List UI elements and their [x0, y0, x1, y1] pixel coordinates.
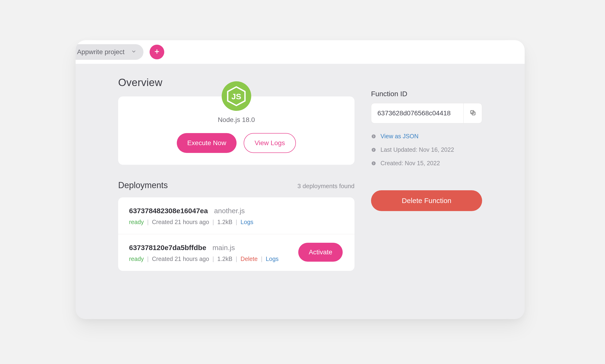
copy-icon — [470, 109, 476, 117]
deployment-size: 1.2kB — [217, 219, 232, 225]
side-column: Function ID 6373628d076568c04418 — [371, 77, 482, 271]
deployment-created: Created 21 hours ago — [152, 219, 209, 225]
function-id-value: 6373628d076568c04418 — [371, 103, 463, 123]
deployment-status: ready — [129, 256, 144, 262]
arrow-right-circle-icon — [371, 134, 376, 139]
project-selector[interactable]: . Appwrite project — [76, 44, 143, 60]
activate-button[interactable]: Activate — [298, 243, 343, 262]
copy-id-button[interactable] — [463, 103, 482, 123]
main-column: Overview JS Node.js 18.0 Execute Now Vie… — [118, 77, 355, 271]
last-updated-row: Last Updated: Nov 16, 2022 — [371, 146, 482, 153]
content: Overview JS Node.js 18.0 Execute Now Vie… — [76, 64, 525, 271]
topbar: . Appwrite project — [76, 40, 525, 64]
view-logs-button[interactable]: View Logs — [244, 133, 296, 153]
deployments-count: 3 deployments found — [297, 182, 355, 190]
deployment-logs-link[interactable]: Logs — [241, 219, 253, 225]
add-button[interactable] — [150, 45, 164, 59]
deployment-size: 1.2kB — [217, 256, 232, 262]
arrow-right-circle-icon — [371, 161, 376, 166]
deployment-file: another.js — [214, 207, 245, 215]
svg-text:JS: JS — [231, 92, 241, 101]
deployment-id: 637378120e7da5bffdbe — [129, 244, 206, 252]
deployment-status: ready — [129, 219, 144, 225]
last-updated-text: Last Updated: Nov 16, 2022 — [381, 146, 454, 153]
created-text: Created: Nov 15, 2022 — [381, 160, 440, 167]
view-as-json-link[interactable]: View as JSON — [381, 133, 419, 140]
function-id-box: 6373628d076568c04418 — [371, 103, 482, 123]
plus-icon — [154, 49, 160, 55]
function-meta-list: View as JSON Last Updated: Nov 16, 2022 … — [371, 133, 482, 167]
deployment-row: Activate 637378120e7da5bffdbe main.js re… — [118, 234, 355, 271]
deployment-delete-link[interactable]: Delete — [241, 256, 257, 262]
function-actions: Execute Now View Logs — [177, 133, 296, 153]
deployments-heading: Deployments — [118, 180, 168, 190]
project-selector-label: . Appwrite project — [76, 48, 125, 56]
deployments-list: 637378482308e16047ea another.js ready | … — [118, 197, 355, 271]
deployment-row: 637378482308e16047ea another.js ready | … — [118, 197, 355, 234]
deployment-created: Created 21 hours ago — [152, 256, 209, 262]
function-id-label: Function ID — [371, 90, 482, 98]
nodejs-icon: JS — [222, 81, 251, 111]
function-card: JS Node.js 18.0 Execute Now View Logs — [118, 96, 355, 165]
svg-point-7 — [372, 148, 376, 152]
execute-now-button[interactable]: Execute Now — [177, 133, 237, 153]
created-row: Created: Nov 15, 2022 — [371, 160, 482, 167]
deployment-logs-link[interactable]: Logs — [266, 256, 279, 262]
deployment-id: 637378482308e16047ea — [129, 207, 208, 215]
delete-function-button[interactable]: Delete Function — [371, 190, 482, 211]
arrow-right-circle-icon — [371, 147, 376, 153]
view-as-json-row[interactable]: View as JSON — [371, 133, 482, 140]
chevron-down-icon — [131, 48, 136, 56]
svg-point-6 — [372, 134, 376, 138]
runtime-name: Node.js 18.0 — [218, 116, 255, 124]
svg-point-8 — [372, 161, 376, 165]
deployments-header: Deployments 3 deployments found — [118, 180, 355, 190]
deployment-file: main.js — [212, 244, 235, 252]
app-window: . Appwrite project Overview — [76, 40, 525, 319]
